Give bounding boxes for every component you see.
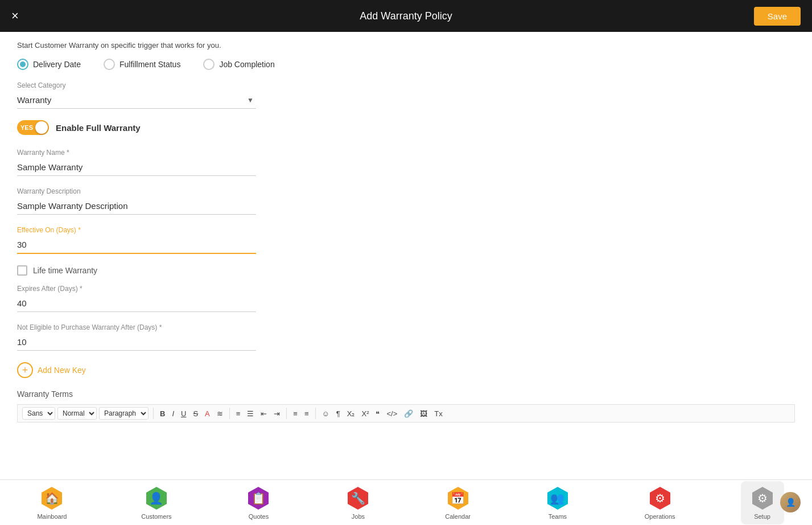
expires-after-label: Expires After (Days) * <box>17 285 795 293</box>
lifetime-warranty-label: Life time Warranty <box>33 266 97 275</box>
image-button[interactable]: 🖼 <box>417 408 430 419</box>
font-family-select[interactable]: Sans <box>22 407 55 420</box>
underline-button[interactable]: U <box>178 408 189 419</box>
radio-fulfillment-status[interactable]: Fulfillment Status <box>104 59 180 70</box>
code-button[interactable]: </> <box>384 408 400 419</box>
jobs-icon: 🔧 <box>345 486 370 511</box>
superscript-button[interactable]: X² <box>358 408 372 419</box>
category-select[interactable]: Warranty Extended Warranty Limited Warra… <box>17 92 256 109</box>
warranty-name-label: Warranty Name * <box>17 149 795 157</box>
warranty-description-field-group: Warranty Description <box>17 187 795 215</box>
header: × Add Warranty Policy Save <box>0 0 812 32</box>
blockquote-button[interactable]: ❝ <box>373 408 382 419</box>
toggle-yes-label: YES <box>20 124 33 131</box>
customers-icon: 👤 <box>144 486 169 511</box>
subtitle-text: Start Customer Warranty on specific trig… <box>17 41 795 50</box>
nav-item-operations[interactable]: ⚙ Operations <box>636 481 685 524</box>
nav-mainboard-label: Mainboard <box>37 513 67 520</box>
italic-button[interactable]: I <box>169 408 177 419</box>
nav-item-teams[interactable]: 👥 Teams <box>536 481 579 524</box>
toggle-knob <box>35 121 48 134</box>
radio-job-completion[interactable]: Job Completion <box>203 59 274 70</box>
warranty-terms-label: Warranty Terms <box>17 389 795 399</box>
expires-after-field-group: Expires After (Days) * <box>17 285 795 312</box>
rte-divider-1 <box>153 408 154 419</box>
lifetime-warranty-checkbox[interactable] <box>17 265 27 276</box>
nav-item-customers[interactable]: 👤 Customers <box>132 481 180 524</box>
not-eligible-field-group: Not Eligible to Purchase Warranty After … <box>17 323 795 351</box>
font-size-select[interactable]: Normal <box>57 407 97 420</box>
radio-job-completion-label: Job Completion <box>219 60 274 69</box>
lifetime-warranty-row: Life time Warranty <box>17 265 795 276</box>
indent-increase-button[interactable]: ⇥ <box>271 408 283 419</box>
nav-operations-label: Operations <box>645 513 675 520</box>
save-button[interactable]: Save <box>754 7 801 26</box>
radio-delivery-date-label: Delivery Date <box>33 60 81 69</box>
subscript-button[interactable]: X₂ <box>344 408 358 419</box>
avatar[interactable]: 👤 <box>780 492 801 512</box>
nav-item-quotes[interactable]: 📋 Quotes <box>237 481 280 524</box>
category-field-group: Select Category Warranty Extended Warran… <box>17 81 795 109</box>
effective-on-field-group: Effective On (Days) * <box>17 226 795 254</box>
toggle-row: YES Enable Full Warranty <box>17 120 795 135</box>
expires-after-input[interactable] <box>17 295 256 312</box>
nav-item-jobs[interactable]: 🔧 Jobs <box>336 481 380 524</box>
indent-decrease-button[interactable]: ⇤ <box>258 408 270 419</box>
avatar-image: 👤 <box>780 492 801 512</box>
clear-format-button[interactable]: Tx <box>431 408 445 419</box>
add-new-key-label: Add New Key <box>38 366 86 375</box>
radio-delivery-date-circle <box>17 59 28 70</box>
setup-icon: ⚙ <box>750 486 775 511</box>
warranty-name-input[interactable] <box>17 159 256 176</box>
rte-divider-2 <box>229 408 230 419</box>
teams-icon: 👥 <box>545 486 570 511</box>
nav-item-setup[interactable]: ⚙ Setup <box>741 481 784 524</box>
strikethrough-button[interactable]: S <box>190 408 201 419</box>
radio-fulfillment-status-circle <box>104 59 115 70</box>
nav-customers-label: Customers <box>141 513 171 520</box>
rte-divider-3 <box>286 408 287 419</box>
paragraph-mark-button[interactable]: ¶ <box>333 408 343 419</box>
ordered-list-button[interactable]: ≡ <box>233 408 244 419</box>
page-title: Add Warranty Policy <box>360 10 452 22</box>
nav-item-calendar[interactable]: 📅 Calendar <box>436 481 480 524</box>
radio-job-completion-circle <box>203 59 215 70</box>
nav-calendar-label: Calendar <box>445 513 471 520</box>
radio-fulfillment-status-label: Fulfillment Status <box>119 60 180 69</box>
warranty-description-label: Warranty Description <box>17 187 795 195</box>
align-center-button[interactable]: ≡ <box>302 408 312 419</box>
effective-on-input[interactable] <box>17 236 256 254</box>
emoji-button[interactable]: ☺ <box>319 408 332 419</box>
add-circle-icon: + <box>17 362 33 378</box>
nav-jobs-label: Jobs <box>352 513 365 520</box>
add-new-key-button[interactable]: + Add New Key <box>17 362 795 378</box>
radio-delivery-date[interactable]: Delivery Date <box>17 59 81 70</box>
not-eligible-label: Not Eligible to Purchase Warranty After … <box>17 323 795 331</box>
toggle-description: Enable Full Warranty <box>56 123 141 133</box>
rte-toolbar: Sans Normal Paragraph B I U S A ≋ ≡ ☰ ⇤ … <box>17 404 795 423</box>
nav-setup-label: Setup <box>754 513 770 520</box>
warranty-description-input[interactable] <box>17 198 256 215</box>
calendar-icon: 📅 <box>446 486 471 511</box>
link-button[interactable]: 🔗 <box>401 408 416 419</box>
trigger-radio-group: Delivery Date Fulfillment Status Job Com… <box>17 59 795 70</box>
warranty-name-field-group: Warranty Name * <box>17 149 795 176</box>
unordered-list-button[interactable]: ☰ <box>244 408 257 419</box>
close-button[interactable]: × <box>11 10 19 22</box>
paragraph-select[interactable]: Paragraph <box>99 407 149 420</box>
category-label: Select Category <box>17 81 795 89</box>
mainboard-icon: 🏠 <box>39 486 64 511</box>
rte-divider-4 <box>315 408 316 419</box>
quotes-icon: 📋 <box>246 486 271 511</box>
main-content: Start Customer Warranty on specific trig… <box>0 32 812 479</box>
nav-quotes-label: Quotes <box>249 513 269 520</box>
effective-on-label: Effective On (Days) * <box>17 226 795 234</box>
align-left-button[interactable]: ≡ <box>290 408 300 419</box>
font-color-button[interactable]: A <box>202 408 213 419</box>
not-eligible-input[interactable] <box>17 334 256 351</box>
full-warranty-toggle[interactable]: YES <box>17 120 49 135</box>
operations-icon: ⚙ <box>648 486 673 511</box>
nav-item-mainboard[interactable]: 🏠 Mainboard <box>28 481 76 524</box>
bold-button[interactable]: B <box>157 408 168 419</box>
highlight-button[interactable]: ≋ <box>214 408 226 419</box>
